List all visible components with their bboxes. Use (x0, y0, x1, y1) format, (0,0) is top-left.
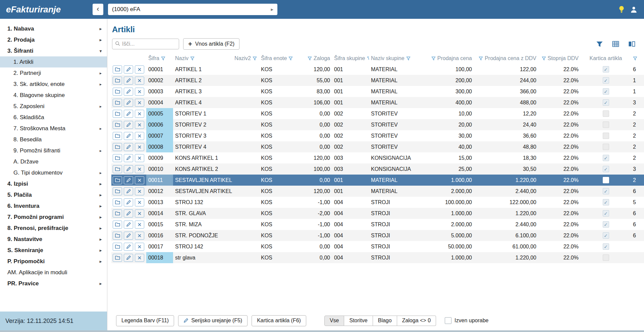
kartica-checkbox[interactable]: ✓ (603, 166, 609, 172)
open-row-button[interactable] (113, 99, 122, 107)
filter-funnel-icon[interactable] (406, 56, 411, 61)
sidebar-item-4-izpisi[interactable]: 4. Izpisi▸ (0, 178, 107, 189)
column-header-naziv2[interactable]: Naziv2 (233, 53, 259, 64)
sidebar-item-9-pomo-ni-ifranti[interactable]: 9. Pomožni šifranti▸ (0, 145, 107, 156)
filter-funnel-icon[interactable] (431, 56, 436, 61)
grid-view-icon[interactable] (610, 39, 621, 49)
sidebar-item-am-aplikacije-in-moduli[interactable]: AM. Aplikacije in moduli (0, 267, 107, 278)
delete-row-button[interactable] (135, 88, 144, 96)
column-header-kartica[interactable]: Kartica artikla (581, 53, 631, 64)
edit-row-button[interactable] (124, 187, 133, 195)
filter-icon[interactable] (594, 39, 605, 49)
sidebar-item-pr-pravice[interactable]: PR. Pravice▸ (0, 278, 107, 289)
sidebar-collapse-button[interactable]: ‹ (93, 4, 103, 15)
sidebar-item-3-ifranti[interactable]: 3. Šifranti▾ (0, 45, 107, 56)
table-row[interactable]: 00004ARTIKEL 4KOS106,00001MATERIAL400,00… (111, 97, 644, 108)
sidebar-item-p-pripomo-ki[interactable]: P. Pripomočki▸ (0, 256, 107, 267)
open-row-button[interactable] (113, 77, 122, 85)
delete-row-button[interactable] (135, 221, 144, 229)
kartica-checkbox[interactable]: ✓ (603, 155, 609, 161)
delete-row-button[interactable] (135, 209, 144, 218)
delete-row-button[interactable] (135, 243, 144, 251)
table-row[interactable]: 00006STORITEV 2KOS0,00002STORITEV20,0024… (111, 119, 644, 130)
column-chooser-icon[interactable] (626, 39, 637, 49)
kartica-checkbox[interactable] (603, 177, 609, 183)
table-row[interactable]: 00012SESTAVLJEN ARTIKEL 2KOS120,00001MAT… (111, 186, 644, 197)
table-row[interactable]: 00008STORITEV 4KOS0,00002STORITEV40,0048… (111, 141, 644, 152)
open-row-button[interactable] (113, 65, 122, 74)
filter-funnel-icon[interactable] (190, 56, 195, 61)
kartica-checkbox[interactable]: ✓ (603, 77, 609, 84)
column-header-prodajna_cena[interactable]: Prodajna cena (421, 53, 474, 64)
kartica-checkbox[interactable]: ✓ (603, 243, 609, 250)
kartica-artikla-button[interactable]: Kartica artikla (F6) (252, 315, 306, 326)
filter-funnel-icon[interactable] (308, 56, 312, 61)
edit-row-button[interactable] (124, 65, 133, 74)
open-row-button[interactable] (113, 176, 122, 184)
delete-row-button[interactable] (135, 110, 144, 118)
delete-row-button[interactable] (135, 254, 144, 262)
table-row[interactable]: 00003ARTIKEL 3KOS83,00001MATERIAL300,003… (111, 86, 644, 97)
sidebar-item-7-stro-kovna-mesta[interactable]: 7. Stroškovna Mesta▸ (0, 123, 107, 134)
sidebar-item-8-besedila[interactable]: 8. Besedila (0, 134, 107, 145)
filter-funnel-icon[interactable] (542, 56, 546, 61)
open-row-button[interactable] (113, 221, 122, 229)
sidebar-item-5-pla-ila[interactable]: 5. Plačila▸ (0, 189, 107, 200)
table-row[interactable]: 00017STROJ 142KOS0,00004STROJI50.000,006… (111, 241, 644, 252)
kartica-checkbox[interactable] (603, 133, 609, 139)
edit-row-button[interactable] (124, 132, 133, 140)
sidebar-item-1-nabava[interactable]: 1. Nabava▸ (0, 23, 107, 34)
table-row[interactable]: 00015STR. MIZAKOS-1,00004STROJI2.000,002… (111, 219, 644, 230)
column-header-sifra[interactable]: Šifra (146, 53, 173, 64)
column-header-stopnja_ddv[interactable]: Stopnja DDV (538, 53, 581, 64)
column-header-sifra_skupine[interactable]: Šifra skupine (332, 53, 369, 64)
edit-row-button[interactable] (124, 176, 133, 184)
edit-row-button[interactable] (124, 110, 133, 118)
table-row[interactable]: 00011SESTAVLJEN ARTIKEL 1KOS0,00001MATER… (111, 175, 644, 186)
edit-row-button[interactable] (124, 165, 133, 173)
delete-row-button[interactable] (135, 143, 144, 151)
open-row-button[interactable] (113, 121, 122, 129)
table-row[interactable]: 00016STR. PODNOŽJEKOS-1,00004STROJI5.000… (111, 230, 644, 241)
delete-row-button[interactable] (135, 121, 144, 129)
column-header-zaloga[interactable]: Zaloga (299, 53, 332, 64)
kartica-checkbox[interactable]: ✓ (603, 99, 609, 106)
kartica-checkbox[interactable]: ✓ (603, 199, 609, 205)
edit-row-button[interactable] (124, 232, 133, 240)
sidebar-item-5-zaposleni[interactable]: 5. Zaposleni▸ (0, 101, 107, 112)
kartica-checkbox[interactable]: ✓ (603, 210, 609, 217)
filter-funnel-icon[interactable] (633, 56, 637, 61)
filter-funnel-icon[interactable] (161, 56, 165, 61)
column-header-naziv_skupine[interactable]: Naziv skupine (369, 53, 421, 64)
kartica-checkbox[interactable] (603, 144, 609, 150)
horizontal-scrollbar[interactable] (0, 330, 644, 332)
sidebar-item-7-pomo-ni-programi[interactable]: 7. Pomožni programi▸ (0, 211, 107, 223)
kartica-checkbox[interactable]: ✓ (603, 66, 609, 73)
table-row[interactable]: 00013STROJ 132KOS-1,00004STROJI100.000,0… (111, 197, 644, 208)
sidebar-item-2-partnerji[interactable]: 2. Partnerji▸ (0, 67, 107, 79)
open-row-button[interactable] (113, 243, 122, 251)
sidebar-item-1-artikli[interactable]: 1. Artikli (0, 56, 107, 67)
open-row-button[interactable] (113, 143, 122, 151)
segment-storitve[interactable]: Storitve (344, 316, 373, 326)
column-header-prodajna_cena_ddv[interactable]: Prodajna cena z DDV (474, 53, 538, 64)
column-header-naziv[interactable]: Naziv (173, 53, 233, 64)
delete-row-button[interactable] (135, 165, 144, 173)
kartica-checkbox[interactable] (603, 110, 609, 117)
segment-blago[interactable]: Blago (373, 316, 397, 326)
company-selector[interactable]: (1000) eFA ▸ (108, 4, 277, 15)
serijsko-urejanje-button[interactable]: Serijsko urejanje (F5) (178, 315, 248, 326)
legenda-barv-button[interactable]: Legenda Barv (F11) (116, 315, 174, 326)
open-row-button[interactable] (113, 198, 122, 206)
filter-funnel-icon[interactable] (288, 56, 293, 61)
column-header-extra[interactable] (631, 53, 644, 64)
delete-row-button[interactable] (135, 198, 144, 206)
edit-row-button[interactable] (124, 198, 133, 206)
kartica-checkbox[interactable]: ✓ (603, 221, 609, 228)
search-input[interactable] (122, 41, 176, 47)
filter-funnel-icon[interactable] (253, 56, 257, 61)
hint-lightbulb-icon[interactable] (618, 5, 625, 13)
kartica-checkbox[interactable]: ✓ (603, 88, 609, 95)
open-row-button[interactable] (113, 232, 122, 240)
open-row-button[interactable] (113, 209, 122, 218)
